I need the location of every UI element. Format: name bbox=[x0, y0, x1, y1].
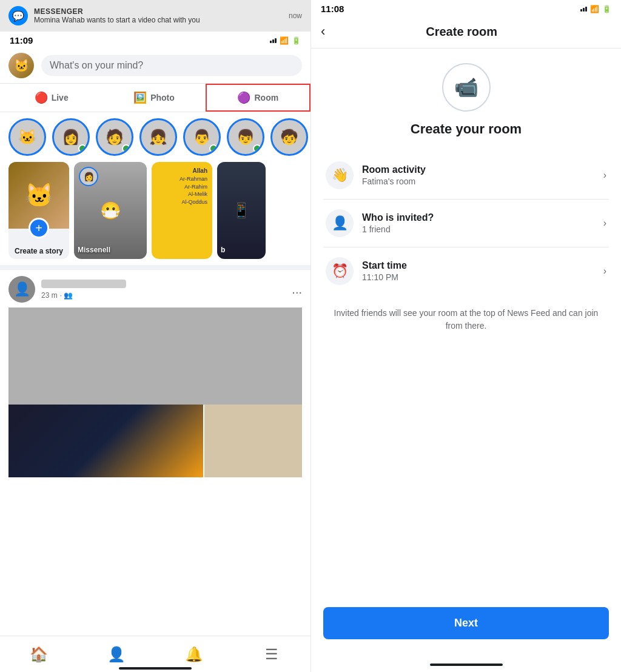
photo-icon: 🖼️ bbox=[133, 91, 147, 104]
status-bar-left: 11:09 📶 🔋 bbox=[0, 32, 310, 49]
home-indicator-right bbox=[430, 664, 503, 666]
live-label: Live bbox=[52, 93, 69, 102]
story-card-dark-label: b bbox=[221, 246, 225, 254]
action-buttons-bar: 🔴 Live 🖼️ Photo 🟣 Room bbox=[0, 83, 310, 112]
create-story-label: Create a story bbox=[8, 243, 69, 259]
post-header: 👤 23 m · 👥 ... bbox=[8, 276, 302, 303]
home-indicator-left bbox=[119, 667, 192, 670]
who-invited-option[interactable]: 👤 Who is invited? 1 friend › bbox=[323, 200, 609, 247]
create-room-content: 📹 Create your room 👋 Room activity Fatim… bbox=[311, 49, 621, 607]
activity-content: Room activity Fatima's room bbox=[362, 164, 595, 186]
room-icon-circle: 📹 bbox=[442, 63, 491, 112]
battery-icon: 🔋 bbox=[292, 36, 301, 45]
photo-button[interactable]: 🖼️ Photo bbox=[102, 84, 205, 112]
notif-app-name: MESSENGER bbox=[34, 7, 283, 16]
status-icons-right: 📶 🔋 bbox=[580, 5, 611, 13]
story-card-missenell[interactable]: 😷 👩 Missenell bbox=[74, 162, 147, 259]
post-user-avatar: 👤 bbox=[8, 276, 35, 303]
story-circle-0[interactable]: 🐱 bbox=[8, 118, 46, 156]
panel-title: Create room bbox=[335, 25, 588, 39]
signal-icon bbox=[270, 38, 277, 43]
post-user-name-placeholder bbox=[41, 280, 126, 288]
live-icon: 🔴 bbox=[35, 91, 48, 104]
status-bar-right: 11:08 📶 🔋 bbox=[311, 0, 621, 18]
time-left: 11:09 bbox=[10, 35, 33, 45]
notif-message: Momina Wahab wants to start a video chat… bbox=[34, 16, 283, 24]
wifi-icon: 📶 bbox=[280, 36, 289, 45]
nav-home[interactable]: 🏠 bbox=[0, 636, 78, 672]
room-label: Room bbox=[254, 93, 278, 102]
signal-icon-right bbox=[580, 7, 587, 12]
post-more-button[interactable]: ... bbox=[292, 283, 302, 297]
post-image-gray bbox=[8, 307, 302, 405]
wave-icon: 👋 bbox=[332, 167, 348, 183]
activity-title: Room activity bbox=[362, 164, 595, 175]
start-time-chevron: › bbox=[603, 266, 606, 277]
battery-icon-right: 🔋 bbox=[602, 5, 611, 13]
time-right: 11:08 bbox=[321, 4, 344, 14]
story-circle-4[interactable]: 👨 bbox=[183, 118, 221, 156]
story-circle-1[interactable]: 👩 bbox=[52, 118, 90, 156]
status-icons-left: 📶 🔋 bbox=[270, 36, 301, 45]
stories-cards-row: 🐱 + Create a story 😷 👩 Missenell Allah A… bbox=[0, 162, 310, 265]
mind-input[interactable]: What's on your mind? bbox=[41, 55, 302, 76]
room-video-icon: 📹 bbox=[454, 76, 478, 99]
activity-icon-circle: 👋 bbox=[326, 161, 354, 189]
story-circle-5[interactable]: 👦 bbox=[227, 118, 264, 156]
nav-menu[interactable]: ☰ bbox=[233, 636, 310, 672]
room-icon: 🟣 bbox=[237, 91, 250, 104]
post-privacy-icon: · 👥 bbox=[60, 291, 73, 300]
room-title: Create your room bbox=[323, 121, 609, 137]
story-circle-2[interactable]: 🧑 bbox=[96, 118, 133, 156]
messenger-icon: 💬 bbox=[8, 6, 28, 25]
room-activity-option[interactable]: 👋 Room activity Fatima's room › bbox=[323, 152, 609, 200]
user-avatar: 🐱 bbox=[8, 53, 34, 78]
next-button[interactable]: Next bbox=[323, 607, 609, 639]
notif-time: now bbox=[289, 12, 302, 20]
profile-icon: 👤 bbox=[107, 646, 126, 663]
person-icon: 👤 bbox=[332, 215, 348, 231]
back-button[interactable]: ‹ bbox=[321, 24, 325, 39]
notification-content: MESSENGER Momina Wahab wants to start a … bbox=[34, 7, 283, 24]
create-story-card[interactable]: 🐱 + Create a story bbox=[8, 162, 69, 259]
wifi-icon-right: 📶 bbox=[590, 5, 599, 13]
invited-subtitle: 1 friend bbox=[362, 224, 595, 234]
invited-icon-circle: 👤 bbox=[326, 209, 354, 237]
live-button[interactable]: 🔴 Live bbox=[0, 84, 102, 112]
activity-chevron: › bbox=[603, 170, 606, 181]
post-user-info: 23 m · 👥 bbox=[41, 280, 286, 300]
story-card-yellow[interactable]: Allah Ar-Rahman Ar-Rahim Al-Melik Al-Qod… bbox=[152, 162, 212, 259]
post-image-bottom bbox=[8, 405, 302, 477]
start-time-option[interactable]: ⏰ Start time 11:10 PM › bbox=[323, 247, 609, 295]
info-text: Invited friends will see your room at th… bbox=[323, 295, 609, 344]
story-card-dark[interactable]: 📱 b bbox=[217, 162, 266, 259]
right-panel: 11:08 📶 🔋 ‹ Create room 📹 Create your ro… bbox=[310, 0, 621, 672]
invited-content: Who is invited? 1 friend bbox=[362, 212, 595, 234]
whats-on-mind-bar[interactable]: 🐱 What's on your mind? bbox=[0, 49, 310, 83]
bell-icon: 🔔 bbox=[185, 646, 203, 663]
post-meta: 23 m · 👥 bbox=[41, 291, 286, 300]
notification-bar[interactable]: 💬 MESSENGER Momina Wahab wants to start … bbox=[0, 0, 310, 32]
start-time-content: Start time 11:10 PM bbox=[362, 260, 595, 282]
start-time-subtitle: 11:10 PM bbox=[362, 272, 595, 282]
home-icon: 🏠 bbox=[30, 646, 48, 663]
invited-title: Who is invited? bbox=[362, 212, 595, 223]
clock-icon-circle: ⏰ bbox=[326, 257, 354, 285]
room-button[interactable]: 🟣 Room bbox=[206, 84, 310, 112]
create-story-add-icon: + bbox=[29, 218, 49, 238]
post-time: 23 m bbox=[41, 291, 58, 300]
post-img-left bbox=[8, 405, 203, 477]
story-avatar-missenell: 👩 bbox=[79, 167, 98, 186]
story-circle-6[interactable]: 🧒 bbox=[270, 118, 308, 156]
story-circle-3[interactable]: 👧 bbox=[139, 118, 177, 156]
bottom-nav: 🏠 👤 🔔 ☰ bbox=[0, 636, 310, 672]
left-panel: 💬 MESSENGER Momina Wahab wants to start … bbox=[0, 0, 310, 672]
post-img-right bbox=[204, 405, 302, 477]
post-area: 👤 23 m · 👥 ... bbox=[0, 265, 310, 483]
stories-circles-row: 🐱 👩 🧑 👧 👨 👦 🧒 bbox=[0, 112, 310, 162]
activity-subtitle: Fatima's room bbox=[362, 176, 595, 186]
start-time-title: Start time bbox=[362, 260, 595, 271]
story-name-missenell: Missenell bbox=[78, 246, 110, 254]
photo-label: Photo bbox=[150, 93, 175, 102]
clock-icon: ⏰ bbox=[332, 263, 348, 279]
